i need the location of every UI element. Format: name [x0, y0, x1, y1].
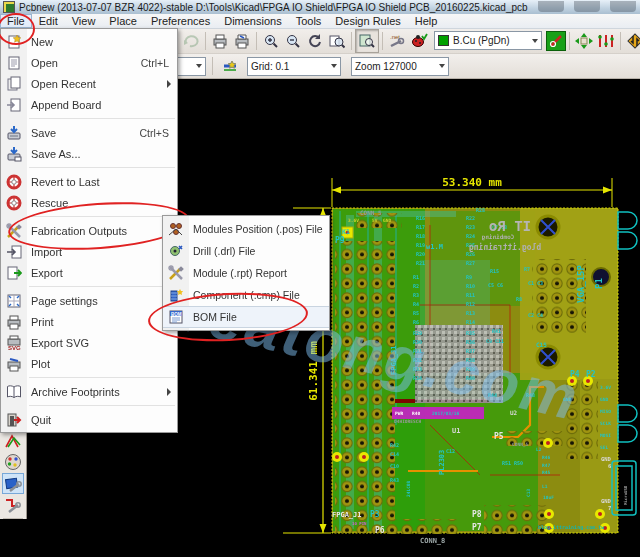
menu-item-open[interactable]: OpenCtrl+L [1, 52, 177, 73]
submenu-item-module-rpt-report[interactable]: Module (.rpt) Report [163, 262, 329, 284]
pcb-label-r19: R19 [416, 242, 425, 248]
pcb-label-r15: R15 [490, 268, 499, 274]
pcb-label-p4: P4 [570, 370, 580, 379]
menu-item-rescue[interactable]: Rescue [1, 192, 177, 213]
layer-color-swatch [438, 35, 449, 46]
zoom-select[interactable]: Zoom 127000 [351, 57, 449, 76]
title-bar: Pcbnew (2013-07-07 BZR 4022)-stable D:\T… [0, 0, 640, 14]
menu-item-open-recent[interactable]: Open Recent [1, 73, 177, 94]
pcb-label-10uf: 10uF [543, 495, 554, 500]
menu-item-append-board[interactable]: Append Board [1, 94, 177, 115]
pcb-label-c15: C15 [536, 341, 547, 348]
track-mode-icon[interactable] [595, 30, 617, 52]
menu-item-print[interactable]: Print [1, 311, 177, 332]
drc-ladybug-icon[interactable] [408, 30, 430, 52]
pcb-label-c14: C14 [390, 451, 399, 457]
menu-item-quit-label: Quit [27, 414, 51, 426]
pcb-label-r41: R41 [492, 328, 501, 334]
pcb-label-blog-ittraining-com-tw: blog.ittraining.com.tw [538, 524, 605, 531]
menu-item-quit[interactable]: Quit [1, 409, 177, 430]
menu-item-archive-footprints[interactable]: Archive Footprints [1, 381, 177, 402]
ratsnest-icon[interactable] [2, 431, 24, 451]
print-icon[interactable] [209, 30, 231, 52]
menu-edit[interactable]: Edit [32, 14, 65, 28]
pcb-label-c9-c11: C9 C11 [486, 338, 504, 344]
netlist-icon[interactable]: .net [386, 30, 408, 52]
pcb-label-fpga-j1: FPGA_J1 [332, 511, 362, 519]
plot-icon[interactable] [231, 30, 253, 52]
pcb-label-sel: SEL [600, 445, 608, 450]
pcb-label-r45: R45 [542, 470, 550, 475]
pcb-label-combining: Combining [481, 233, 514, 241]
menu-separator [29, 118, 175, 119]
menu-file[interactable]: File [0, 14, 32, 28]
pcb-label-r17: R17 [416, 224, 425, 230]
pcb-label-r20: R20 [416, 251, 425, 257]
menu-separator [29, 216, 175, 217]
pos-icon [163, 221, 189, 237]
toolbar-left [0, 429, 27, 519]
menu-separator [29, 167, 175, 168]
window-controls[interactable] [538, 1, 636, 12]
pcb-label-r4: R4 [413, 301, 419, 307]
pcb-label-10-pin: 10 PIN [352, 521, 367, 526]
via-display-toggle[interactable] [546, 31, 566, 51]
redraw-icon[interactable] [304, 30, 326, 52]
submenu-item-bom-file[interactable]: BOMBOM File [163, 306, 329, 328]
bom-icon: BOM [163, 309, 189, 325]
pcb-label-p1: P1 [594, 278, 604, 289]
menu-item-new[interactable]: New [1, 31, 177, 52]
menu-view[interactable]: View [65, 14, 103, 28]
menu-item-revert-to-last[interactable]: Revert to Last [1, 171, 177, 192]
drill-icon [163, 243, 189, 259]
pcb-label-r16: R16 [416, 215, 425, 221]
pcb-label-conn-8: CONN_8 [420, 537, 445, 545]
zoom-fit-icon[interactable] [326, 30, 348, 52]
submenu-item-component-cmp-file[interactable]: Component (.cmp) File [163, 284, 329, 306]
menu-item-import[interactable]: Import [1, 241, 177, 262]
pcb-label-r8: R8 [516, 296, 522, 302]
menu-item-export[interactable]: Export [1, 262, 177, 283]
menu-item-fabrication-outputs[interactable]: Fabrication Outputs [1, 220, 177, 241]
footprint-mode-icon[interactable] [573, 30, 595, 52]
menu-design-rules[interactable]: Design Rules [328, 14, 407, 28]
pcb-label-r31: R31 [413, 348, 422, 354]
menu-dimensions[interactable]: Dimensions [217, 14, 288, 28]
microwave-tools-icon[interactable] [624, 30, 640, 52]
menu-preferences[interactable]: Preferences [144, 14, 217, 28]
menu-item-plot[interactable]: Plot [1, 353, 177, 374]
pcb-label-r38: R38 [466, 357, 475, 363]
zoom-in-icon[interactable] [260, 30, 282, 52]
pcb-label-r7: R7 [524, 266, 530, 272]
pcb-label-p9: P9 [335, 236, 345, 245]
pcb-label-r10: R10 [466, 283, 475, 289]
auto-track-width-icon[interactable] [219, 55, 241, 77]
redo-icon[interactable] [180, 30, 202, 52]
layer-colors-palette-icon[interactable] [2, 452, 24, 472]
pcb-label-24lc08: 24LC08 [406, 480, 411, 497]
pcb-label-r9: R9 [466, 274, 472, 280]
find-icon[interactable] [355, 29, 379, 53]
layer-select[interactable]: B.Cu (PgDn) [434, 31, 542, 50]
menu-separator [29, 377, 175, 378]
grid-select[interactable]: Grid: 0.1 [247, 57, 341, 76]
menu-tools[interactable]: Tools [289, 14, 329, 28]
menu-item-page-settings[interactable]: Page settings [1, 290, 177, 311]
zoom-out-icon[interactable] [282, 30, 304, 52]
pcb-label-r14: R14 [466, 319, 475, 325]
pcb-label-w1-m: w1.M [426, 243, 443, 251]
library-manager-icon[interactable] [2, 473, 24, 493]
pcb-label-blog-ittraining: blog.ittraining [469, 242, 541, 252]
pcb-label-gnd: GND [601, 456, 612, 462]
menu-item-save-as[interactable]: Save As... [1, 143, 177, 164]
submenu-item-drill-drl-file[interactable]: Drill (.drl) File [163, 240, 329, 262]
track-cleanup-icon[interactable] [2, 495, 24, 515]
import-icon [1, 244, 27, 260]
menu-item-export-svg[interactable]: SVGExport SVG [1, 332, 177, 353]
pcb-label-c1-c3: C1 C3 [528, 280, 543, 286]
menu-place[interactable]: Place [102, 14, 144, 28]
tools-icon [1, 223, 27, 239]
menu-item-save[interactable]: SaveCtrl+S [1, 122, 177, 143]
menu-help[interactable]: Help [408, 14, 445, 28]
submenu-item-modules-position-pos-file[interactable]: Modules Position (.pos) File [163, 218, 329, 240]
